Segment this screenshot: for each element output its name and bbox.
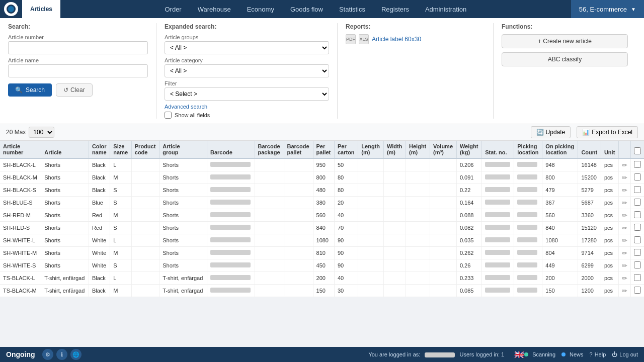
articles-tab[interactable]: Articles — [22, 0, 60, 18]
th-weight[interactable]: Weight(kg) — [456, 141, 481, 158]
cell-checkbox[interactable] — [631, 209, 645, 222]
row-checkbox[interactable] — [634, 274, 641, 281]
help-link[interactable]: ? Help — [590, 351, 606, 357]
max-dropdown[interactable]: 100 — [29, 127, 54, 138]
th-height[interactable]: Height(m) — [406, 141, 430, 158]
article-name-input[interactable] — [8, 64, 148, 77]
row-checkbox[interactable] — [634, 287, 641, 294]
edit-icon[interactable]: ✏ — [622, 199, 627, 207]
advanced-search-link[interactable]: Advanced search — [165, 104, 329, 110]
search-button[interactable]: 🔍 Search — [8, 83, 52, 97]
th-on-picking-location[interactable]: On pickinglocation — [542, 141, 578, 158]
th-checkbox-all[interactable] — [631, 141, 645, 158]
edit-icon[interactable]: ✏ — [622, 224, 627, 232]
row-checkbox[interactable] — [634, 211, 641, 218]
edit-icon[interactable]: ✏ — [622, 275, 627, 282]
cell-edit[interactable]: ✏ — [619, 272, 631, 285]
th-article[interactable]: Article — [41, 141, 89, 158]
th-article-group[interactable]: Articlegroup — [159, 141, 207, 158]
cell-checkbox[interactable] — [631, 158, 645, 171]
nav-order[interactable]: Order — [156, 0, 189, 18]
th-article-number[interactable]: Articlenumber — [0, 141, 41, 158]
cell-edit[interactable]: ✏ — [619, 171, 631, 184]
th-length[interactable]: Length(m) — [358, 141, 384, 158]
xls-icon[interactable]: XLS — [359, 34, 369, 44]
edit-icon[interactable]: ✏ — [622, 237, 627, 244]
user-dropdown[interactable]: 56, E-commerce ▼ — [571, 0, 644, 18]
row-checkbox[interactable] — [634, 186, 641, 193]
cell-checkbox[interactable] — [631, 234, 645, 247]
edit-icon[interactable]: ✏ — [622, 287, 627, 295]
cell-edit[interactable]: ✏ — [619, 184, 631, 197]
row-checkbox[interactable] — [634, 261, 641, 268]
cell-checkbox[interactable] — [631, 247, 645, 259]
nav-statistics[interactable]: Statistics — [331, 0, 373, 18]
article-category-select[interactable]: < All > — [165, 64, 329, 77]
th-unit[interactable]: Unit — [601, 141, 618, 158]
cell-edit[interactable]: ✏ — [619, 222, 631, 234]
edit-icon[interactable]: ✏ — [622, 161, 627, 169]
cell-edit[interactable]: ✏ — [619, 247, 631, 259]
edit-icon[interactable]: ✏ — [622, 212, 627, 219]
th-per-pallet[interactable]: Perpallet — [313, 141, 334, 158]
clear-button[interactable]: ↺ Clear — [56, 83, 93, 97]
cell-edit[interactable]: ✏ — [619, 158, 631, 171]
cell-checkbox[interactable] — [631, 222, 645, 234]
create-article-button[interactable]: + Create new article — [502, 34, 628, 48]
cell-checkbox[interactable] — [631, 259, 645, 272]
settings-icon[interactable]: ⚙ — [42, 349, 53, 360]
edit-icon[interactable]: ✏ — [622, 174, 627, 182]
nav-economy[interactable]: Economy — [239, 0, 282, 18]
cell-edit[interactable]: ✏ — [619, 259, 631, 272]
th-barcode[interactable]: Barcode — [207, 141, 255, 158]
article-number-input[interactable] — [8, 41, 148, 54]
show-all-fields-checkbox[interactable] — [165, 112, 172, 119]
edit-icon[interactable]: ✏ — [622, 262, 627, 269]
nav-warehouse[interactable]: Warehouse — [190, 0, 239, 18]
row-checkbox[interactable] — [634, 199, 641, 206]
cell-checkbox[interactable] — [631, 285, 645, 297]
th-picking-location[interactable]: Pickinglocation — [514, 141, 542, 158]
edit-icon[interactable]: ✏ — [622, 187, 627, 194]
row-checkbox[interactable] — [634, 224, 641, 231]
cell-edit[interactable]: ✏ — [619, 234, 631, 247]
cell-checkbox[interactable] — [631, 272, 645, 285]
nav-administration[interactable]: Administration — [417, 0, 474, 18]
th-per-carton[interactable]: Percarton — [334, 141, 358, 158]
th-width[interactable]: Width(m) — [383, 141, 406, 158]
globe-icon[interactable]: 🌐 — [70, 349, 82, 360]
th-volume[interactable]: Volume(m³) — [430, 141, 457, 158]
cell-edit[interactable]: ✏ — [619, 209, 631, 222]
th-stat-no[interactable]: Stat. no. — [482, 141, 514, 158]
info-icon[interactable]: ℹ — [56, 349, 67, 360]
cell-checkbox[interactable] — [631, 171, 645, 184]
cell-edit[interactable]: ✏ — [619, 197, 631, 209]
cell-checkbox[interactable] — [631, 197, 645, 209]
scanning-link[interactable]: Scanning — [524, 351, 555, 357]
row-checkbox[interactable] — [634, 161, 641, 168]
cell-edit[interactable]: ✏ — [619, 285, 631, 297]
th-product-code[interactable]: Productcode — [131, 141, 159, 158]
export-button[interactable]: 📊 Export to Excel — [577, 126, 638, 138]
th-color-name[interactable]: Colorname — [89, 141, 110, 158]
filter-select[interactable]: < Select > — [165, 87, 329, 101]
cell-checkbox[interactable] — [631, 184, 645, 197]
article-label-link[interactable]: Article label 60x30 — [372, 36, 421, 43]
logout-link[interactable]: ⏻ Log out — [612, 351, 638, 357]
row-checkbox[interactable] — [634, 173, 641, 180]
abc-classify-button[interactable]: ABC classify — [502, 52, 628, 66]
nav-registers[interactable]: Registers — [373, 0, 417, 18]
th-barcode-pallet[interactable]: Barcodepallet — [284, 141, 313, 158]
row-checkbox[interactable] — [634, 236, 641, 243]
row-checkbox[interactable] — [634, 249, 641, 256]
news-link[interactable]: News — [561, 351, 584, 357]
edit-icon[interactable]: ✏ — [622, 249, 627, 257]
th-count[interactable]: Count — [578, 141, 601, 158]
update-button[interactable]: 🔄 Update — [531, 126, 571, 138]
th-size-name[interactable]: Sizename — [110, 141, 131, 158]
cell-width — [383, 209, 406, 222]
nav-goods-flow[interactable]: Goods flow — [282, 0, 331, 18]
th-barcode-package[interactable]: Barcodepackage — [255, 141, 284, 158]
article-groups-select[interactable]: < All > — [165, 41, 329, 54]
pdf-icon[interactable]: PDF — [346, 34, 356, 44]
